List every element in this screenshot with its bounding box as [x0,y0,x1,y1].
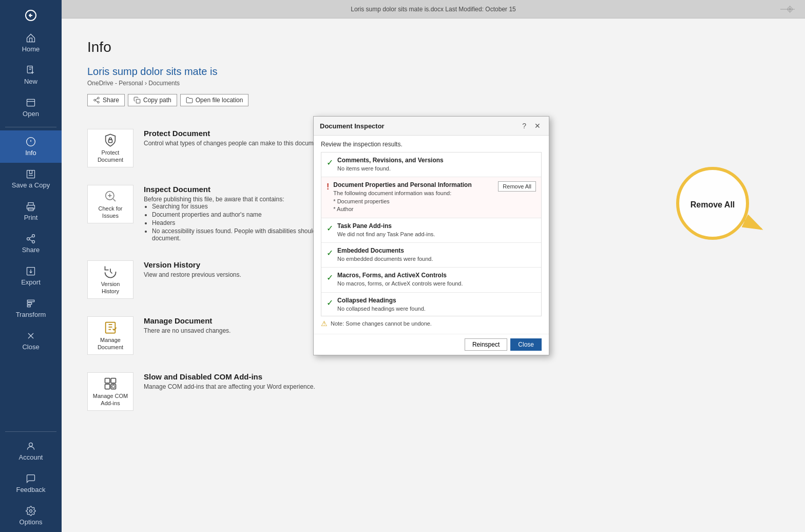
headings-title: Collapsed Headings [337,297,536,304]
back-button[interactable] [0,0,62,27]
inspector-item-doc-properties-content: Document Properties and Personal Informa… [333,181,494,213]
macros-title: Macros, Forms, and ActiveX Controls [337,272,536,279]
share-label: Share [103,97,119,104]
sidebar-divider-2 [5,431,56,432]
topbar-filename: Loris sump dolor sits mate is.docx [351,6,444,13]
protect-icon-box[interactable]: Protect Document [87,129,133,167]
inspector-item-comments: ✓ Comments, Revisions, and Versions No i… [321,153,541,177]
svg-point-11 [29,443,33,446]
sidebar-label-account: Account [19,453,43,461]
sidebar-divider-1 [5,127,56,127]
doc-properties-desc: The following document information was f… [333,189,494,213]
sidebar-item-share[interactable]: Share [0,227,62,260]
sidebar-item-home[interactable]: Home [0,27,62,59]
sidebar-item-new[interactable]: New [0,59,62,91]
open-file-location-button[interactable]: Open file location [180,94,249,106]
com-icon-label: Manage COM Add-ins [93,393,128,406]
sidebar-item-close[interactable]: Close [0,325,62,357]
inspector-item-embedded-content: Embedded Documents No embedded documents… [337,247,536,263]
version-icon-box[interactable]: Version History [87,260,133,299]
sidebar-item-save-copy[interactable]: Save a Copy [0,163,62,195]
manage-desc: There are no unsaved changes. [144,327,231,334]
dialog-title-actions: ? ✕ [520,121,543,131]
inspector-scroll[interactable]: ✓ Comments, Revisions, and Versions No i… [321,152,542,316]
svg-rect-27 [105,384,110,389]
com-title: Slow and Disabled COM Add-ins [144,372,315,381]
check-icon-task-pane: ✓ [327,223,333,233]
remove-all-button[interactable]: Remove All [498,181,536,192]
dialog-footer: Reinspect Close [314,334,549,355]
check-icon-comments: ✓ [327,158,333,167]
close-dialog-button[interactable]: Close [510,338,542,351]
sidebar-item-transform[interactable]: Transform [0,292,62,325]
inspector-item-embedded: ✓ Embedded Documents No embedded documen… [321,243,541,268]
sidebar-item-info[interactable]: Info [0,130,62,163]
inspect-icon-box[interactable]: Check for Issues [87,185,133,223]
sidebar-item-open[interactable]: Open [0,91,62,124]
sidebar-label-open: Open [23,110,39,118]
sidebar-label-close: Close [22,343,39,351]
svg-rect-25 [105,378,110,383]
inspector-item-macros: ✓ Macros, Forms, and ActiveX Controls No… [321,268,541,292]
version-icon-label: Version History [101,281,120,294]
inspector-item-headings: ✓ Collapsed Headings No collapsed headin… [321,293,541,316]
dialog-body: Review the inspection results. ✓ Comment… [314,136,549,334]
inspector-item-action-doc-properties: Remove All [498,181,536,192]
sidebar: Home New Open Info Save a Copy [0,0,62,532]
svg-point-20 [98,101,100,103]
svg-rect-2 [27,99,35,106]
svg-rect-4 [27,170,35,178]
inspector-item-task-pane-content: Task Pane Add-ins We did not find any Ta… [337,222,536,238]
dialog-help-button[interactable]: ? [520,121,528,131]
task-pane-desc: We did not find any Task Pane add-ins. [337,231,536,238]
sidebar-item-export[interactable]: Export [0,260,62,292]
copy-path-button[interactable]: Copy path [128,94,177,106]
svg-rect-22 [109,140,112,143]
top-bar: Loris sump dolor sits mate is.docx Last … [62,0,805,18]
com-section: Manage COM Add-ins Slow and Disabled COM… [87,365,406,418]
top-bar-decoration [780,2,795,16]
sidebar-label-options: Options [20,518,43,526]
protect-title: Protect Document [144,129,324,138]
doc-path: OneDrive - Personal › Documents [87,80,779,87]
svg-rect-21 [136,99,140,103]
inspector-item-headings-content: Collapsed Headings No collapsed headings… [337,297,536,313]
callout-text: Remove All [691,200,735,209]
protect-desc: Control what types of changes people can… [144,140,324,147]
protect-info: Protect Document Control what types of c… [144,129,324,147]
document-inspector-dialog: Document Inspector ? ✕ Review the inspec… [313,116,549,355]
sidebar-label-feedback: Feedback [16,486,45,493]
sidebar-item-print[interactable]: Print [0,195,62,227]
svg-rect-24 [106,322,116,333]
share-button[interactable]: Share [87,94,125,106]
svg-point-12 [30,510,32,512]
inspector-item-comments-content: Comments, Revisions, and Versions No ite… [337,157,536,173]
dialog-warning: ⚠ Note: Some changes cannot be undone. [321,316,542,330]
version-desc: View and restore previous versions. [144,271,241,278]
check-icon-headings: ✓ [327,298,333,308]
dialog-close-icon-button[interactable]: ✕ [532,121,543,131]
sidebar-label-transform: Transform [16,311,46,318]
top-bar-right [780,2,795,16]
inspector-item-doc-properties: ! Document Properties and Personal Infor… [321,177,541,218]
version-info: Version History View and restore previou… [144,260,241,278]
com-info: Slow and Disabled COM Add-ins Manage COM… [144,372,315,390]
sidebar-label-export: Export [21,278,41,286]
embedded-title: Embedded Documents [337,247,536,254]
dialog-warning-text: Note: Some changes cannot be undone. [331,320,432,327]
com-icon-box[interactable]: Manage COM Add-ins [87,372,133,411]
sidebar-label-print: Print [24,214,38,221]
topbar-last-modified: Last Modified: October 15 [445,6,515,13]
sidebar-item-account[interactable]: Account [0,435,62,467]
comments-desc: No items were found. [337,165,536,173]
dialog-title: Document Inspector [320,122,385,130]
manage-icon-box[interactable]: Manage Document [87,316,133,355]
reinspect-button[interactable]: Reinspect [465,338,507,351]
version-title: Version History [144,260,241,269]
inspector-item-macros-content: Macros, Forms, and ActiveX Controls No m… [337,272,536,288]
comments-title: Comments, Revisions, and Versions [337,157,536,164]
sidebar-item-feedback[interactable]: Feedback [0,467,62,500]
sidebar-item-options[interactable]: Options [0,500,62,532]
open-file-location-label: Open file location [196,97,243,104]
copy-path-label: Copy path [143,97,171,104]
